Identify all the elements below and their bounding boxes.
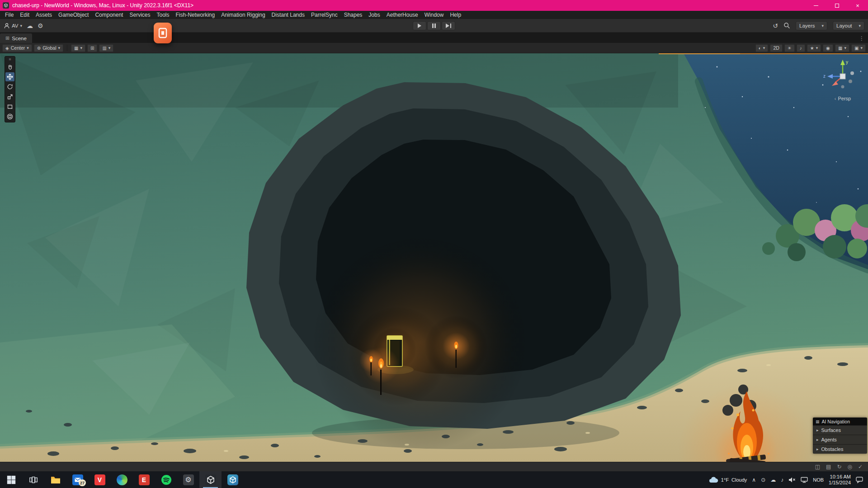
weather-widget[interactable]: 1°F Cloudy [708, 476, 747, 483]
floating-orange-tool-icon[interactable] [154, 23, 172, 43]
chevron-left-icon: ‹ [835, 96, 836, 101]
maximize-icon [835, 4, 839, 8]
scale-tool-button[interactable] [5, 92, 14, 101]
gizmos-dropdown[interactable]: ▣ ▾ [851, 44, 866, 52]
teal-app-button[interactable] [222, 471, 244, 488]
menu-jobs[interactable]: Jobs [365, 11, 383, 19]
scene-visibility-toggle[interactable]: ◉ [823, 44, 833, 52]
maximize-button[interactable] [826, 0, 847, 11]
ai-nav-item-surfaces[interactable]: ▸ Surfaces [813, 425, 867, 435]
unity-app-button[interactable] [199, 471, 222, 488]
gear-button[interactable]: ⚙ [38, 23, 43, 29]
mail-app-button[interactable]: 27 [66, 471, 89, 488]
notification-center-icon[interactable] [856, 476, 863, 483]
scene-lighting-toggle[interactable]: ☀ [784, 44, 795, 52]
grid-icon: ▦ [838, 46, 842, 51]
view-tool-button[interactable] [5, 62, 14, 71]
menu-services[interactable]: Services [126, 11, 153, 19]
menu-help[interactable]: Help [447, 11, 464, 19]
snap-toggle-button[interactable]: ⊞ [87, 44, 97, 52]
menu-distant-lands[interactable]: Distant Lands [269, 11, 308, 19]
projection-toggle[interactable]: ‹Persp [822, 96, 863, 101]
main-toolbar: AV ▾ ☁ ⚙ ↺ Layers ▾ Layout ▾ [0, 19, 868, 33]
onedrive-cloud-icon[interactable]: ☁ [770, 477, 776, 483]
menu-fish-networking[interactable]: Fish-Networking [172, 11, 218, 19]
menu-assets[interactable]: Assets [33, 11, 55, 19]
task-view-button[interactable] [22, 471, 44, 488]
transform-tool-button[interactable] [5, 112, 14, 121]
rotate-tool-button[interactable] [5, 82, 14, 91]
cloud-button[interactable]: ☁ [27, 23, 33, 29]
draw-mode-dropdown[interactable]: ◐ ▾ [755, 44, 769, 52]
transform-icon [7, 113, 13, 120]
menu-edit[interactable]: Edit [17, 11, 33, 19]
tab-menu-icon[interactable]: ⋮ [859, 35, 868, 43]
grid-visibility-dropdown[interactable]: ▦ ▾ [835, 44, 849, 52]
tool-handle-position-dropdown[interactable]: ◈ Center ▾ [2, 44, 32, 52]
system-tray: 1°F Cloudy ∧ ⊙ ☁ ♪ NOB 10:16 AM 1/15/202… [708, 474, 868, 486]
grid-snap-dropdown[interactable]: ▦ ▾ [71, 44, 85, 52]
close-button[interactable]: × [847, 0, 868, 11]
teal-cube-icon [227, 474, 238, 485]
weather-condition: Cloudy [731, 477, 747, 483]
tool-handle-rotation-dropdown[interactable]: ⊕ Global ▾ [34, 44, 63, 52]
pause-button[interactable] [427, 21, 441, 30]
effects-dropdown[interactable]: ★ ▾ [807, 44, 821, 52]
spotify-button[interactable] [155, 471, 177, 488]
gizmo-center-cube[interactable] [840, 74, 845, 79]
ai-nav-item-agents[interactable]: ▸ Agents [813, 435, 867, 444]
ai-nav-item-obstacles[interactable]: ▸ Obstacles [813, 444, 867, 454]
z-axis-cone[interactable] [827, 74, 833, 79]
step-button[interactable] [442, 21, 455, 30]
ai-navigation-header[interactable]: ▦ AI Navigation [813, 418, 867, 425]
window-controls: × [806, 0, 868, 11]
play-button[interactable] [413, 21, 426, 30]
start-button[interactable] [0, 471, 22, 488]
status-notifications-icon[interactable]: ◫ [815, 464, 820, 469]
menu-gameobject[interactable]: GameObject [55, 11, 92, 19]
media-note-icon[interactable]: ♪ [781, 477, 783, 483]
menu-component[interactable]: Component [92, 11, 126, 19]
status-refresh-icon[interactable]: ↻ [837, 464, 841, 469]
menu-shapes[interactable]: Shapes [341, 11, 366, 19]
menu-animation-rigging[interactable]: Animation Rigging [218, 11, 268, 19]
snap-increment-dropdown[interactable]: ▥ ▾ [99, 44, 113, 52]
account-dropdown[interactable]: AV ▾ [4, 23, 22, 29]
gizmos-icon: ▣ [854, 46, 859, 51]
settings-button[interactable]: ⚙ [177, 471, 199, 488]
edge-button[interactable] [111, 471, 133, 488]
orientation-gizmo[interactable]: y z [822, 56, 863, 97]
tray-expand-chevron-icon[interactable]: ∧ [752, 477, 756, 483]
status-check-icon[interactable]: ✓ [858, 464, 863, 469]
menu-window[interactable]: Window [421, 11, 447, 19]
toggle-2d-button[interactable]: 2D [770, 44, 782, 52]
menu-aetherhouse[interactable]: AetherHouse [383, 11, 421, 19]
tray-app-icon[interactable]: ⊙ [761, 477, 765, 483]
tab-scene[interactable]: ⊞ Scene [0, 33, 32, 43]
menu-tools[interactable]: Tools [153, 11, 172, 19]
rect-tool-button[interactable] [5, 102, 14, 111]
status-collab-icon[interactable]: ◎ [847, 464, 852, 469]
red-app-button[interactable]: E [133, 471, 155, 488]
minimize-button[interactable] [806, 0, 826, 11]
menu-parrelsync[interactable]: ParrelSync [308, 11, 341, 19]
search-icon[interactable] [783, 22, 790, 29]
menu-file[interactable]: File [2, 11, 17, 19]
scene-3d-view[interactable] [0, 53, 868, 462]
layers-dropdown[interactable]: Layers ▾ [796, 21, 827, 30]
mail-unread-badge: 27 [79, 479, 86, 486]
taskbar-clock[interactable]: 10:16 AM 1/15/2024 [829, 474, 851, 486]
vivaldi-button[interactable]: V [89, 471, 111, 488]
triangle-right-icon: ▸ [816, 428, 819, 432]
scene-audio-toggle[interactable]: ♪ [797, 44, 805, 52]
move-tool-button[interactable] [5, 72, 14, 81]
undo-history-button[interactable]: ↺ [773, 23, 778, 29]
y-axis-cone[interactable] [840, 60, 845, 65]
file-explorer-button[interactable] [44, 471, 66, 488]
overlay-handle-icon[interactable]: ≡ [9, 57, 11, 62]
display-icon[interactable] [801, 477, 808, 483]
status-packages-icon[interactable]: ▤ [826, 464, 831, 469]
volume-muted-icon[interactable] [788, 477, 796, 483]
keyboard-language[interactable]: NOB [813, 477, 824, 483]
layout-dropdown[interactable]: Layout ▾ [833, 21, 864, 30]
